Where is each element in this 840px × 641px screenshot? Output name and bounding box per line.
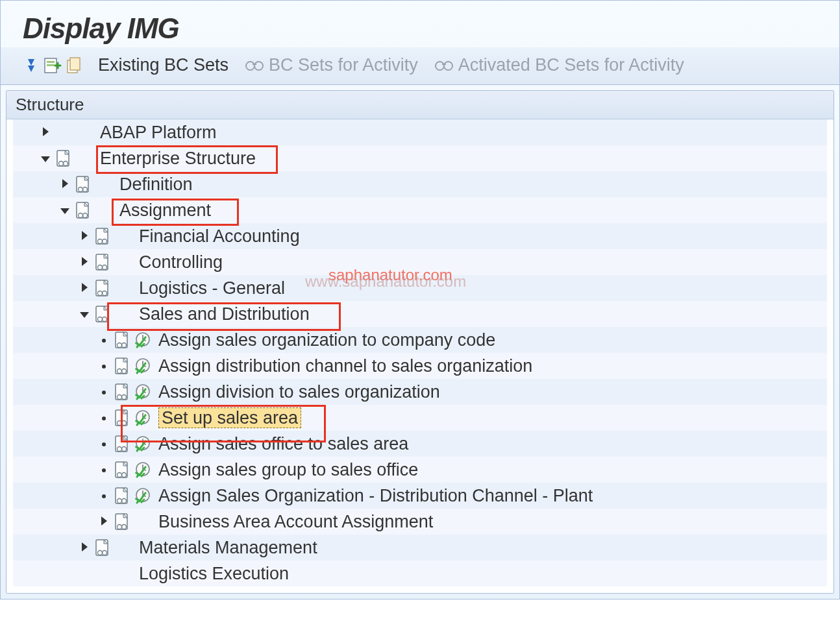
tree-row-assign-sales-org-dc-plant[interactable]: Assign Sales Organization - Distribution… (13, 483, 827, 509)
execute-activity-icon[interactable] (132, 487, 154, 504)
tree-label: Logistics - General (135, 278, 285, 298)
tree-row-enterprise-structure[interactable]: Enterprise Structure (13, 145, 827, 171)
expand-icon[interactable] (78, 282, 91, 295)
tree-label: Definition (116, 175, 193, 195)
tree-label: Financial Accounting (135, 226, 300, 247)
document-icon[interactable] (110, 461, 132, 478)
tree-label: Assign Sales Organization - Distribution… (154, 486, 593, 506)
document-icon[interactable] (91, 228, 113, 245)
execute-activity-icon[interactable] (132, 383, 154, 400)
watermark-text-ghost: www.saphanatutor.com (305, 272, 466, 291)
collapse-icon[interactable] (39, 152, 52, 165)
tree-label: Enterprise Structure (96, 149, 256, 169)
collapse-icon[interactable] (78, 308, 91, 321)
expand-icon[interactable] (58, 178, 71, 191)
collapse-icon[interactable] (58, 204, 71, 217)
tree-row-assign-sales-org-cc[interactable]: Assign sales organization to company cod… (13, 327, 827, 353)
document-icon[interactable] (91, 306, 113, 322)
expand-icon[interactable] (39, 126, 52, 139)
tree-row-assign-sales-group[interactable]: Assign sales group to sales office (13, 457, 827, 483)
tree-label: Assign sales group to sales office (154, 460, 418, 480)
existing-bc-sets-button[interactable]: Existing BC Sets (93, 54, 238, 77)
glasses-icon (435, 60, 453, 71)
document-icon[interactable] (52, 150, 74, 167)
app-window: Display IMG Existing BC Sets BC Sets for… (0, 0, 840, 599)
tree-row-set-up-sales-area[interactable]: Set up sales area (13, 405, 827, 431)
leaf-bullet-icon (97, 333, 110, 347)
tree-label: Sales and Distribution (135, 304, 310, 324)
tree: ABAP Platform Enterprise Structure D (6, 119, 834, 593)
document-icon[interactable] (110, 409, 132, 426)
execute-activity-icon[interactable] (132, 409, 154, 426)
tree-row-assign-dist-channel[interactable]: Assign distribution channel to sales org… (13, 353, 827, 379)
document-icon[interactable] (71, 176, 93, 193)
execute-activity-icon[interactable] (132, 357, 154, 374)
document-icon[interactable] (91, 254, 113, 271)
tree-label: Assign distribution channel to sales org… (154, 356, 532, 376)
tree-label: Materials Management (135, 538, 317, 558)
leaf-bullet-icon (97, 489, 110, 503)
tree-row-definition[interactable]: Definition (13, 171, 827, 197)
tree-label: Business Area Account Assignment (154, 512, 433, 532)
leaf-bullet-icon (97, 463, 110, 477)
document-icon[interactable] (110, 357, 132, 374)
tree-label: Controlling (135, 252, 223, 272)
document-icon[interactable] (110, 513, 132, 530)
leaf-bullet-icon (97, 359, 110, 373)
leaf-bullet-icon (97, 385, 110, 399)
tree-row-logistics-execution[interactable]: Logistics Execution (13, 561, 827, 587)
document-icon[interactable] (110, 487, 132, 504)
glasses-icon (245, 60, 264, 71)
execute-activity-icon[interactable] (132, 461, 154, 478)
toolbar: Existing BC Sets BC Sets for Activity Ac… (1, 47, 839, 85)
tree-row-materials-management[interactable]: Materials Management (13, 535, 827, 561)
tree-label: ABAP Platform (96, 123, 217, 143)
tree-row-assign-division[interactable]: Assign division to sales organization (13, 379, 827, 405)
leaf-bullet-icon (97, 411, 110, 425)
tree-label: Assign sales organization to company cod… (154, 330, 495, 350)
bc-sets-for-activity-button[interactable]: BC Sets for Activity (240, 54, 427, 77)
page-title: Display IMG (23, 12, 821, 45)
tree-label: Assign sales office to sales area (154, 434, 408, 454)
tree-row-business-area[interactable]: Business Area Account Assignment (13, 509, 827, 535)
document-icon[interactable] (110, 332, 132, 348)
expand-icon[interactable] (78, 230, 91, 243)
tree-row-assignment[interactable]: Assignment (13, 197, 827, 223)
execute-activity-icon[interactable] (132, 435, 154, 452)
tree-header: Structure (6, 91, 834, 119)
document-icon[interactable] (91, 539, 113, 556)
selected-highlight: Set up sales area (158, 407, 301, 428)
expand-icon[interactable] (78, 256, 91, 269)
insert-node-icon[interactable] (43, 56, 62, 75)
tree-row-financial-accounting[interactable]: Financial Accounting (13, 223, 827, 249)
expand-icon[interactable] (78, 541, 91, 555)
tree-row-sales-and-distribution[interactable]: Sales and Distribution (13, 301, 827, 327)
tree-row-assign-sales-office[interactable]: Assign sales office to sales area (13, 431, 827, 457)
document-icon[interactable] (91, 280, 113, 296)
document-icon[interactable] (110, 435, 132, 452)
bc-sets-for-activity-label: BC Sets for Activity (269, 55, 418, 75)
tree-label: Assignment (116, 200, 211, 221)
document-icon[interactable] (71, 202, 93, 219)
leaf-bullet-icon (97, 437, 110, 451)
expand-all-icon[interactable] (23, 56, 41, 75)
tree-label: Set up sales area (154, 408, 301, 428)
title-bar: Display IMG (1, 1, 839, 47)
tree-label: Logistics Execution (135, 564, 289, 584)
activated-bc-sets-label: Activated BC Sets for Activity (458, 55, 684, 75)
tree-label: Assign division to sales organization (154, 382, 440, 402)
tree-row-abap-platform[interactable]: ABAP Platform (13, 119, 827, 145)
document-icon[interactable] (110, 383, 132, 400)
activated-bc-sets-button[interactable]: Activated BC Sets for Activity (430, 54, 693, 77)
execute-activity-icon[interactable] (132, 332, 154, 348)
tree-panel: Structure ABAP Platform Enterpr (6, 90, 834, 594)
copy-icon[interactable] (64, 56, 82, 75)
expand-icon[interactable] (97, 515, 110, 529)
